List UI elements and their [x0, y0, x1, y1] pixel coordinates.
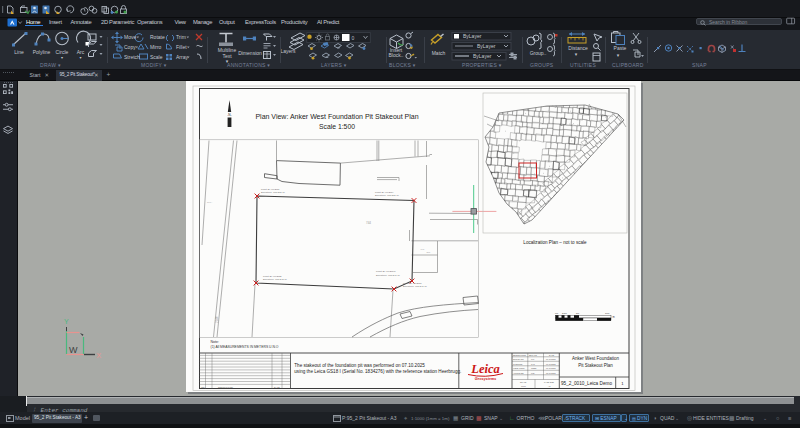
- svg-text:CHECKED: CHECKED: [513, 363, 523, 365]
- svg-text:m: m: [613, 316, 615, 319]
- svg-text:N/CA: N/CA: [207, 201, 213, 203]
- svg-text:Elevation: 405.246 m: Elevation: 405.246 m: [376, 274, 400, 277]
- svg-text:Localization Plan – not to sca: Localization Plan – not to scale: [523, 240, 587, 245]
- svg-text:ByLayer: ByLayer: [473, 53, 492, 59]
- svg-text:07.10.2025: 07.10.2025: [546, 367, 555, 369]
- svg-text:95_2_0010_Leica Demo: 95_2_0010_Leica Demo: [561, 381, 612, 386]
- svg-text:P.M.: P.M.: [531, 358, 535, 360]
- svg-text:Plan View: Anker West Foundati: Plan View: Anker West Foundation Pit Sta…: [255, 113, 418, 120]
- svg-text:DATE: DATE: [274, 386, 280, 388]
- svg-text:SURVEYOR: SURVEYOR: [513, 358, 524, 360]
- svg-text:2140: 2140: [215, 316, 219, 323]
- svg-text:07.10.2025: 07.10.2025: [546, 363, 555, 365]
- svg-text:DESCRIPTION: DESCRIPTION: [513, 354, 527, 356]
- svg-text:REV: REV: [201, 386, 206, 388]
- svg-text:1:500: 1:500: [521, 385, 526, 387]
- svg-text:SCALE: SCALE: [520, 381, 527, 383]
- svg-text:C.W.: C.W.: [531, 363, 536, 365]
- svg-text:GNSS: GNSS: [531, 367, 537, 369]
- svg-text:X: X: [97, 352, 102, 359]
- svg-text:5m: 5m: [576, 312, 579, 314]
- svg-text:Leica: Leica: [470, 362, 499, 376]
- svg-text:0: 0: [352, 35, 355, 41]
- svg-text:Elevation: 405.230 m: Elevation: 405.230 m: [261, 191, 285, 194]
- svg-text:M.B.: M.B.: [531, 372, 535, 374]
- svg-text:2.5m: 2.5m: [562, 312, 567, 314]
- svg-text:1: 1: [621, 381, 624, 386]
- svg-text:The stakeout of the foundation: The stakeout of the foundation pit was p…: [294, 363, 425, 368]
- svg-text:DETAILS: DETAILS: [529, 354, 537, 356]
- svg-text:Geosystems: Geosystems: [475, 377, 496, 381]
- svg-text:Scale 1:500: Scale 1:500: [319, 123, 355, 130]
- svg-text:A3: A3: [548, 385, 550, 387]
- svg-text:ByLayer: ByLayer: [463, 33, 482, 39]
- svg-text:PAGE SIZE: PAGE SIZE: [544, 381, 555, 383]
- svg-text:Note:: Note:: [211, 340, 220, 344]
- svg-text:Anker West Foundation: Anker West Foundation: [572, 356, 619, 361]
- svg-text:08.10.2025: 08.10.2025: [546, 372, 555, 374]
- svg-text:06.10.2025: 06.10.2025: [546, 358, 555, 360]
- svg-text:Elevation: 405.241 m: Elevation: 405.241 m: [403, 285, 427, 288]
- svg-text:744: 744: [366, 221, 371, 225]
- svg-text:(1) All MEASUREMENTS IN METERS: (1) All MEASUREMENTS IN METERS U.N.O: [211, 345, 279, 349]
- svg-text:0m: 0m: [555, 312, 558, 314]
- svg-text:ByLayer: ByLayer: [477, 43, 496, 49]
- svg-text:W: W: [69, 345, 78, 355]
- svg-text:10m: 10m: [605, 312, 609, 314]
- svg-text:748: 748: [421, 248, 425, 250]
- svg-text:-N-: -N-: [227, 113, 231, 117]
- svg-text:267: 267: [427, 251, 431, 253]
- svg-text:Elevation: 405.248 m: Elevation: 405.248 m: [263, 278, 287, 281]
- svg-text:Elevation: 405.237 m: Elevation: 405.237 m: [375, 194, 399, 197]
- svg-text:Y: Y: [64, 318, 69, 325]
- svg-text:APPROVED: APPROVED: [513, 372, 524, 374]
- svg-text:DATE: DATE: [549, 354, 555, 356]
- svg-text:DESCRIPTION: DESCRIPTION: [218, 386, 233, 388]
- svg-text:FIELD WORK: FIELD WORK: [513, 367, 526, 369]
- svg-text:using the Leica GS18 I (Serial: using the Leica GS18 I (Serial No. 18342…: [294, 369, 461, 374]
- svg-text:Pit Stakeout Plan: Pit Stakeout Plan: [578, 363, 613, 368]
